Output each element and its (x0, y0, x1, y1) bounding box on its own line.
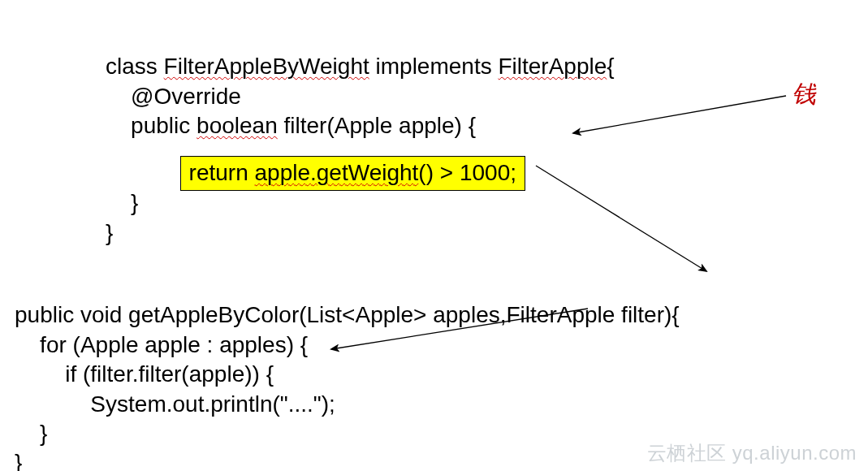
kw-class: class (106, 54, 164, 79)
expr-getweight: apple.getWeight (255, 160, 419, 185)
code-line-6: } (106, 220, 113, 245)
b2-line-6: } (15, 450, 22, 471)
code-block-class: class FilterAppleByWeight implements Fil… (106, 23, 615, 141)
kw-implements: implements (369, 54, 499, 79)
code-line-1: class FilterAppleByWeight implements Fil… (106, 54, 615, 79)
b2-line-1: public void getAppleByColor(List<Apple> … (15, 302, 680, 327)
b2-line-2: for (Apple apple : apples) { (15, 332, 308, 357)
code-line-5: } (106, 190, 138, 215)
b2-line-5: } (15, 421, 47, 446)
classname-filterapple: FilterApple (498, 54, 607, 79)
b2-line-3: if (filter.filter(apple)) { (15, 361, 274, 387)
code-line-2: @Override (106, 84, 241, 109)
arrow-highlight-to-parameter (536, 166, 706, 271)
expr-tail: () > 1000; (418, 160, 516, 185)
annotation-money: 钱 (792, 78, 816, 111)
classname-filterapplebyweight: FilterAppleByWeight (164, 54, 369, 79)
watermark: 云栖社区 yq.aliyun.com (647, 440, 857, 466)
highlight-return-line: return apple.getWeight() > 1000; (180, 156, 525, 190)
code-block-method: public void getAppleByColor(List<Apple> … (15, 271, 680, 471)
b2-line-4: System.out.println("...."); (15, 391, 335, 417)
highlight-row: return apple.getWeight() > 1000; (167, 127, 525, 191)
brace: { (607, 54, 614, 79)
code-block-class-close: } } (106, 159, 138, 248)
kw-return: return (189, 160, 255, 185)
